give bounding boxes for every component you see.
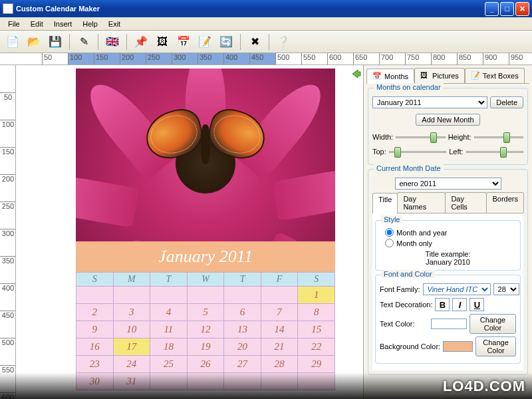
minimize-button[interactable]: _ [485,2,499,16]
menu-exit[interactable]: Exit [103,19,126,29]
menu-file[interactable]: File [3,19,25,29]
font-family-select[interactable]: Viner Hand ITC [423,283,491,295]
change-text-color-button[interactable]: Change Color [469,314,516,334]
height-slider[interactable] [474,131,523,143]
day-cell[interactable]: 19 [187,338,224,356]
day-cell[interactable]: 12 [187,321,224,338]
calendar-grid[interactable]: SMTWTFS123456789101112131415161718192021… [76,272,335,390]
day-cell[interactable]: 30 [76,373,114,390]
day-cell[interactable]: 2 [76,304,114,321]
refresh-icon[interactable]: 🔄 [217,33,235,51]
day-cell[interactable]: 9 [76,321,114,338]
delete-button[interactable]: Delete [490,96,523,108]
bold-button[interactable]: B [435,298,450,311]
ruler-horizontal[interactable]: 5010015020025030035040045050055060065070… [0,53,532,65]
ruler-h-tick: 100 [68,53,82,65]
radio-month-only-input[interactable] [385,239,394,247]
calendar-title[interactable]: January 2011 [76,241,335,272]
subtab-day-names[interactable]: Day Names [397,192,446,213]
day-cell[interactable] [261,287,298,304]
subtab-title[interactable]: Title [372,193,398,213]
menu-edit[interactable]: Edit [25,19,49,29]
day-cell[interactable]: 14 [261,321,298,338]
day-cell[interactable]: 1 [298,287,335,304]
ruler-h-tick: 450 [249,53,263,65]
day-cell[interactable]: 7 [261,304,298,321]
day-cell[interactable] [224,287,261,304]
calendar-icon[interactable]: 📅 [175,33,192,51]
help-icon[interactable]: ❔ [275,33,292,51]
pin-icon[interactable]: 📌 [132,33,150,51]
day-cell[interactable] [298,373,335,390]
current-month-select[interactable]: enero 2011 [395,178,501,190]
picture-icon[interactable]: 🖼 [154,33,171,51]
day-cell[interactable]: 8 [298,304,335,321]
flag-icon[interactable]: 🇬🇧 [104,33,121,51]
watermark: LO4D.COM [443,378,525,395]
font-size-select[interactable]: 28 [493,283,519,295]
left-slider[interactable] [466,146,523,158]
day-cell[interactable]: 16 [76,338,114,356]
day-cell[interactable]: 21 [261,338,298,356]
change-bg-color-button[interactable]: Change Color [475,336,516,356]
day-cell[interactable] [150,287,188,304]
day-cell[interactable] [150,373,188,390]
day-cell[interactable]: 29 [298,356,335,373]
radio-month-only[interactable]: Month only [385,239,516,247]
radio-month-year[interactable]: Month and year [385,228,516,237]
day-cell[interactable]: 22 [298,338,335,356]
day-cell[interactable] [187,287,224,304]
menu-help[interactable]: Help [77,19,103,29]
day-cell[interactable]: 10 [113,321,150,338]
day-cell[interactable]: 15 [298,321,335,338]
day-cell[interactable] [224,373,261,390]
add-month-button[interactable]: Add New Month [416,114,479,126]
day-cell[interactable]: 31 [113,373,150,390]
day-cell[interactable]: 26 [187,356,224,373]
tab-pictures[interactable]: 🖼Pictures [414,68,465,83]
day-cell[interactable]: 18 [150,338,188,356]
open-icon[interactable]: 📂 [25,33,43,51]
day-cell[interactable] [261,373,298,390]
canvas[interactable]: January 2011 SMTWTFS12345678910111213141… [16,65,350,399]
day-cell[interactable]: 3 [113,304,150,321]
day-cell[interactable] [187,373,224,390]
maximize-button[interactable]: □ [500,2,514,16]
underline-button[interactable]: U [469,298,484,311]
day-cell[interactable]: 5 [187,304,224,321]
day-cell[interactable]: 23 [76,356,114,373]
italic-button[interactable]: I [452,298,467,311]
delete-icon[interactable]: ✖ [246,33,263,51]
subtab-day-cells[interactable]: Day Cells [445,192,487,213]
tab-label: Months [384,72,408,80]
subtab-borders[interactable]: Borders [486,192,524,213]
day-cell[interactable]: 27 [224,356,261,373]
width-slider[interactable] [396,131,445,143]
day-cell[interactable]: 24 [113,356,150,373]
close-button[interactable]: ✕ [515,2,529,16]
day-cell[interactable]: 25 [150,356,188,373]
tab-text-boxes[interactable]: 📝Text Boxes [465,68,525,83]
day-cell[interactable]: 17 [113,338,150,356]
day-cell[interactable]: 13 [224,321,261,338]
note-icon[interactable]: 📝 [196,33,213,51]
text-color-label: Text Color: [380,320,428,328]
day-cell[interactable]: 11 [150,321,188,338]
day-cell[interactable]: 20 [224,338,261,356]
calendar-photo[interactable] [76,68,335,241]
day-cell[interactable]: 4 [150,304,188,321]
save-icon[interactable]: 💾 [47,33,64,51]
top-slider[interactable] [389,146,446,158]
calendar-page[interactable]: January 2011 SMTWTFS12345678910111213141… [76,68,335,390]
pencil-icon[interactable]: ✎ [75,33,92,51]
month-select[interactable]: January 2011 [372,96,487,108]
day-cell[interactable] [76,287,114,304]
tab-months[interactable]: 📅Months [366,68,414,84]
day-cell[interactable]: 28 [261,356,298,373]
radio-month-year-input[interactable] [385,228,394,237]
day-cell[interactable]: 6 [224,304,261,321]
menu-insert[interactable]: Insert [49,19,78,29]
new-icon[interactable]: 📄 [4,33,21,51]
ruler-vertical[interactable]: 50100150200250300350400450500550600 [0,65,16,399]
day-cell[interactable] [113,287,150,304]
